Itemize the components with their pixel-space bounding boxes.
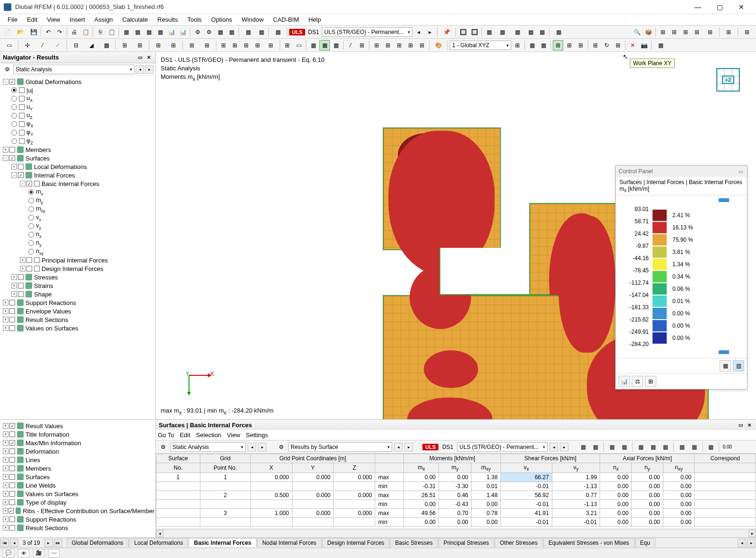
tree-label[interactable]: vx bbox=[36, 213, 41, 222]
tbl-prev[interactable]: ◂ bbox=[550, 443, 558, 451]
tb-btn[interactable]: ⊞ bbox=[417, 40, 427, 51]
nav-pin-button[interactable]: ▭ bbox=[136, 54, 144, 61]
tb-btn[interactable]: ⊞ bbox=[200, 40, 214, 51]
tree-label[interactable]: vy bbox=[36, 222, 41, 230]
tree-checkbox[interactable] bbox=[9, 465, 15, 471]
nav-prev-button[interactable]: ◂ bbox=[136, 65, 144, 74]
table-row[interactable]: 110.0000.0000.000max0.000.001.3866.271.9… bbox=[156, 473, 756, 482]
tb-btn[interactable]: ▦ bbox=[319, 40, 330, 51]
control-panel-close[interactable]: ▭ bbox=[737, 168, 744, 175]
tree-label[interactable]: nx bbox=[36, 230, 42, 239]
tree-checkbox[interactable] bbox=[9, 508, 13, 514]
search-button[interactable]: 🔍 bbox=[632, 27, 642, 37]
tb-btn[interactable]: 🔲 bbox=[458, 27, 468, 37]
tree-node[interactable]: +Result Sections bbox=[1, 315, 155, 324]
menu-tools[interactable]: Tools bbox=[182, 15, 206, 25]
tb-btn[interactable]: ▦ bbox=[510, 27, 524, 37]
legend-btn[interactable]: ⊞ bbox=[645, 376, 656, 387]
tree-node[interactable]: +Surfaces bbox=[1, 473, 155, 481]
status-btn[interactable]: 🎥 bbox=[33, 549, 44, 558]
tree-node[interactable]: +Stresses bbox=[1, 273, 155, 281]
tree-checkbox[interactable] bbox=[9, 300, 15, 305]
scroll-right[interactable]: ▸ bbox=[748, 530, 756, 537]
table-row[interactable]: 20.5000.0000.000max26.510.461.4856.920.7… bbox=[156, 491, 756, 500]
table-menu-item[interactable]: View bbox=[227, 431, 240, 439]
tb-btn[interactable]: ▦ bbox=[537, 27, 547, 37]
tree-checkbox[interactable] bbox=[18, 164, 24, 169]
tree-label[interactable]: Members bbox=[26, 146, 51, 153]
menu-assign[interactable]: Assign bbox=[90, 15, 118, 25]
tree-expand[interactable]: + bbox=[3, 499, 9, 505]
tab-first[interactable]: ⏮ bbox=[0, 539, 9, 547]
nav-close-button[interactable]: ✕ bbox=[145, 54, 153, 61]
tree-node[interactable]: +Type of display bbox=[1, 498, 155, 507]
delete-button[interactable]: ✕ bbox=[627, 40, 638, 51]
open-button[interactable]: 📂 bbox=[13, 27, 27, 37]
tb-btn[interactable]: ▦ bbox=[308, 40, 318, 51]
tb-btn[interactable]: 📌 bbox=[439, 27, 454, 37]
minimize-button[interactable]: — bbox=[687, 0, 709, 14]
scroll-left[interactable]: ◂ bbox=[156, 530, 163, 537]
tree-expand[interactable]: + bbox=[3, 465, 9, 471]
tree-label[interactable]: Surfaces bbox=[26, 155, 50, 162]
tree-label[interactable]: Local Deformations bbox=[34, 163, 87, 170]
menu-edit[interactable]: Edit bbox=[22, 15, 42, 25]
tree-label[interactable]: uY bbox=[26, 103, 33, 111]
menu-window[interactable]: Window bbox=[237, 15, 268, 25]
status-btn[interactable]: 👁 bbox=[18, 549, 29, 558]
tree-checkbox[interactable] bbox=[9, 325, 15, 331]
tree-node[interactable]: mx bbox=[1, 188, 155, 196]
tb-btn[interactable]: ▦ bbox=[132, 27, 143, 37]
legend-btn[interactable]: ⚖ bbox=[632, 376, 643, 387]
tb-btn[interactable]: ⊞ bbox=[118, 40, 132, 51]
work-plane-xy-button[interactable]: ⊞ bbox=[553, 40, 563, 51]
tree-label[interactable]: Surfaces bbox=[26, 473, 50, 481]
tree-checkbox[interactable] bbox=[9, 525, 15, 531]
tree-expand[interactable]: + bbox=[3, 491, 9, 497]
result-tab[interactable]: Design Internal Forces bbox=[322, 538, 390, 547]
tbl-next[interactable]: ▸ bbox=[258, 443, 266, 451]
tree-expand[interactable]: + bbox=[3, 525, 9, 531]
coord-system-combo[interactable]: 1 - Global XYZ bbox=[450, 41, 511, 50]
table-row[interactable]: 31.0000.0000.000max49.560.700.7841.913.2… bbox=[156, 509, 756, 518]
tree-node[interactable]: vy bbox=[1, 222, 155, 230]
tree-checkbox[interactable] bbox=[9, 440, 15, 446]
tree-label[interactable]: Support Reactions bbox=[26, 299, 76, 306]
tree-radio[interactable] bbox=[28, 232, 34, 237]
tree-box[interactable] bbox=[19, 121, 25, 127]
tb-btn[interactable]: ▭ bbox=[293, 40, 304, 51]
tree-node[interactable]: mxy bbox=[1, 205, 155, 213]
legend-btn[interactable]: ▥ bbox=[733, 360, 744, 372]
tree-node[interactable]: +Values on Surfaces bbox=[1, 324, 155, 332]
tree-label[interactable]: φX bbox=[26, 120, 33, 128]
tbl-btn[interactable]: ▦ bbox=[578, 442, 588, 452]
tree-expand[interactable]: - bbox=[3, 155, 9, 161]
legend-btn[interactable]: ▦ bbox=[720, 360, 731, 372]
tab-scroll-left[interactable]: ◂ bbox=[738, 539, 746, 547]
tree-label[interactable]: ny bbox=[36, 239, 42, 247]
tbl-btn[interactable]: 0.00 bbox=[722, 442, 732, 452]
tree-checkbox[interactable] bbox=[9, 516, 15, 522]
tb-btn[interactable]: ⊞ bbox=[669, 27, 679, 37]
result-tab[interactable]: Global Deformations bbox=[67, 538, 129, 547]
table-row[interactable]: min0.000.000.00-0.01-0.010.000.000.00 bbox=[156, 518, 756, 527]
tree-box[interactable] bbox=[34, 257, 40, 263]
menu-cad-bim[interactable]: CAD-BIM bbox=[268, 15, 304, 25]
tb-btn[interactable]: ⊞ bbox=[264, 40, 278, 51]
status-btn[interactable]: 〰 bbox=[48, 549, 60, 558]
tree-node[interactable]: nxy bbox=[1, 247, 155, 256]
select-button[interactable]: ▭ bbox=[2, 40, 16, 51]
tree-checkbox[interactable] bbox=[9, 448, 15, 454]
tree-node[interactable]: |u| bbox=[1, 86, 155, 94]
tree-checkbox[interactable] bbox=[9, 79, 15, 85]
tree-expand[interactable]: + bbox=[3, 317, 9, 322]
tb-btn[interactable]: ∕ bbox=[35, 40, 50, 51]
tree-expand[interactable]: + bbox=[3, 474, 9, 480]
viewport[interactable]: DS1 - ULS (STR/GEO) - Permanent and tran… bbox=[156, 52, 756, 419]
tree-label[interactable]: uX bbox=[26, 94, 33, 103]
table-row[interactable]: min-0.31-3.300.01-0.01-1.130.000.000.00 bbox=[156, 482, 756, 491]
tree-expand[interactable]: + bbox=[3, 308, 9, 314]
tree-label[interactable]: Result Values bbox=[26, 423, 63, 430]
tree-box[interactable] bbox=[19, 113, 25, 118]
tree-checkbox[interactable] bbox=[9, 155, 15, 161]
